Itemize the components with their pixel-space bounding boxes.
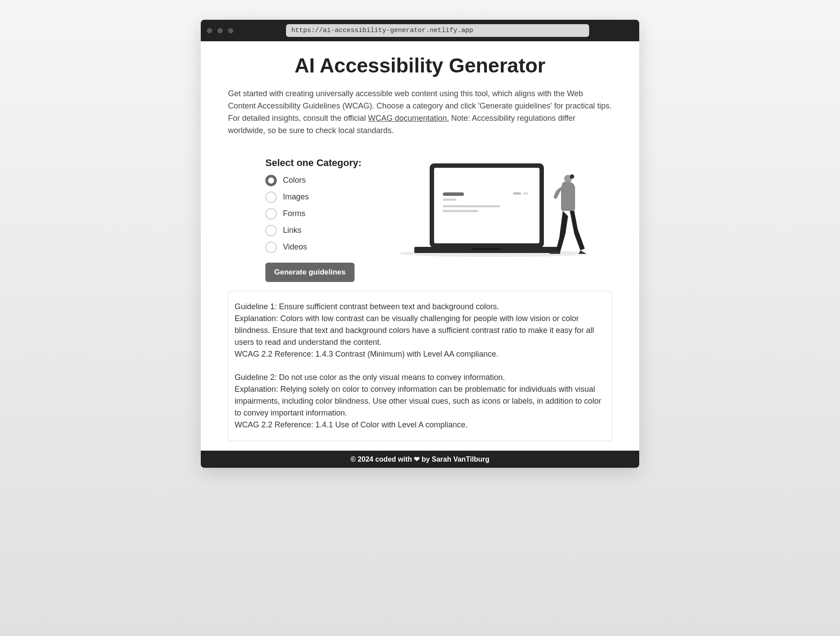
results-panel: Guideline 1: Ensure sufficient contrast … [228,291,612,441]
guideline-reference: WCAG 2.2 Reference: 1.4.1 Use of Color w… [235,419,605,431]
radio-label: Forms [283,209,305,218]
radio-icon[interactable] [265,175,277,186]
traffic-lights [207,28,233,33]
laptop-person-icon [397,159,590,258]
guideline-explanation: Explanation: Relying solely on color to … [235,383,605,419]
footer-prefix: © 2024 coded with [351,455,414,463]
page-title: AI Accessibility Generator [228,54,612,77]
radio-label: Images [283,192,309,202]
radio-icon[interactable] [265,208,277,220]
radio-label: Links [283,226,301,235]
guideline-title: Guideline 2: Do not use color as the onl… [235,372,605,383]
title-bar: https://ai-accessibility-generator.netli… [201,20,639,41]
radio-option-links[interactable]: Links [265,225,362,236]
browser-window: https://ai-accessibility-generator.netli… [201,20,639,468]
svg-point-12 [570,174,574,179]
close-icon[interactable] [207,28,212,33]
page-content: AI Accessibility Generator Get started w… [201,41,639,451]
radio-option-videos[interactable]: Videos [265,242,362,253]
svg-rect-10 [523,192,529,195]
guideline-title: Guideline 1: Ensure sufficient contrast … [235,301,605,313]
intro-paragraph: Get started with creating universally ac… [228,88,612,137]
guideline-explanation: Explanation: Colors with low contrast ca… [235,313,605,348]
radio-label: Colors [283,176,306,185]
hero-illustration [375,155,612,258]
radio-icon[interactable] [265,242,277,253]
radio-option-images[interactable]: Images [265,192,362,203]
svg-rect-5 [443,192,464,196]
footer: © 2024 coded with ❤ by Sarah VanTilburg [201,451,639,468]
wcag-doc-link[interactable]: WCAG documentation. [368,114,449,123]
category-form: Select one Category: ColorsImagesFormsLi… [228,155,362,282]
guideline-reference: WCAG 2.2 Reference: 1.4.3 Contrast (Mini… [235,348,605,360]
radio-icon[interactable] [265,192,277,203]
radio-option-colors[interactable]: Colors [265,175,362,186]
svg-rect-8 [443,210,478,212]
url-bar[interactable]: https://ai-accessibility-generator.netli… [286,24,589,37]
radio-icon[interactable] [265,225,277,236]
middle-section: Select one Category: ColorsImagesFormsLi… [228,155,612,282]
guideline-block: Guideline 2: Do not use color as the onl… [235,372,605,431]
svg-rect-6 [443,199,456,201]
radio-option-forms[interactable]: Forms [265,208,362,220]
form-heading: Select one Category: [265,157,362,169]
svg-rect-9 [513,192,521,195]
radio-label: Videos [283,242,307,252]
svg-rect-7 [443,205,500,207]
generate-button[interactable]: Generate guidelines [265,263,355,282]
guideline-block: Guideline 1: Ensure sufficient contrast … [235,301,605,360]
radio-group: ColorsImagesFormsLinksVideos [265,175,362,253]
footer-suffix: by Sarah VanTilburg [420,455,489,463]
maximize-icon[interactable] [228,28,233,33]
heart-icon: ❤ [414,455,420,463]
minimize-icon[interactable] [217,28,223,33]
